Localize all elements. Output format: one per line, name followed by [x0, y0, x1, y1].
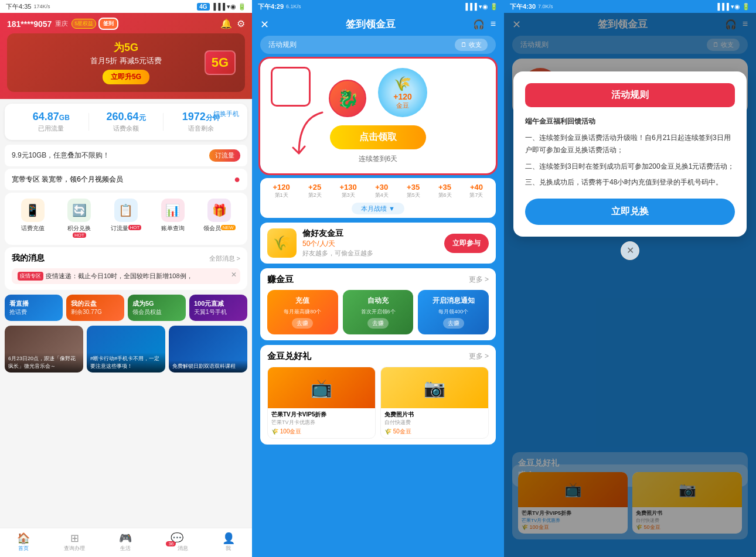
earn-card-recharge[interactable]: 充值 每月最高赚80个 去赚 — [267, 290, 338, 334]
earn-card-notify[interactable]: 开启消息通知 每月领400个 去赚 — [418, 290, 489, 334]
friend-icon: 🌾 — [267, 228, 297, 258]
earn-more-btn[interactable]: 更多 > — [469, 275, 489, 285]
quick-item-flow[interactable]: 📋 订流量HOT — [108, 199, 144, 239]
data-label: 已用流量 — [14, 124, 88, 133]
close-btn-2[interactable]: ✕ — [260, 18, 269, 31]
msg-all[interactable]: 全部消息 > — [209, 254, 240, 263]
redeem-card-photo[interactable]: 📷 免费照片书 自付快递费 🌾 50金豆 — [380, 367, 489, 439]
msg-close-btn[interactable]: ✕ — [231, 271, 237, 279]
banner-sub: 首月5折 再减5元话费 — [16, 56, 236, 66]
banner-title: 为5G — [16, 40, 236, 54]
quick-item-bill[interactable]: 📊 账单查询 — [155, 199, 190, 239]
bell-icon[interactable]: 🔔 — [220, 18, 232, 29]
g5-title: 成为5G — [132, 299, 181, 308]
gold-amount: +120 — [393, 92, 412, 101]
p3-dialog: 活动规则 端午金豆福利回馈活动 一、连续签到金豆换话费活动升级啦！自6月21日起… — [513, 71, 747, 237]
monthly-btn[interactable]: 本月战绩 ▼ — [264, 203, 492, 213]
headset-icon-2[interactable]: 🎧 — [473, 19, 485, 30]
video-title-3: 免费解锁日剧双语双科课程 — [169, 360, 247, 373]
friend-participate-btn[interactable]: 立即参与 — [444, 234, 489, 253]
p2-rules-bar: 活动规则 🗒 收支 — [260, 36, 496, 54]
messages-section: 我的消息 全部消息 > 疫情专区 疫情速递：截止今日10时，全国较昨日新增108… — [5, 247, 247, 290]
change-phone-btn[interactable]: 切换手机 — [213, 110, 239, 118]
nav-home[interactable]: 🏠 首页 — [17, 532, 30, 552]
video-cards: 6月23日20点，跟迻「像野花疯长」微光音乐会～ #断卡行动#手机卡不用，一定要… — [0, 323, 252, 375]
redeem-card-mango[interactable]: 📺 芒果TV月卡VIP5折券 芒果TV月卡优惠券 🌾 100金豆 — [267, 367, 376, 439]
earn-title: 赚金豆 — [267, 274, 294, 285]
quick-item-points[interactable]: 🔄 积分兑换HOT — [62, 199, 97, 239]
live-cards: 看直播 抢话费 我的云盘 剩余30.77G 成为5G 领会员权益 100元直减 … — [0, 292, 252, 323]
dialog-content-3: 二、连续签到3日时在签到成功后可参加200金豆兑换1元话费活动； — [525, 160, 735, 173]
nav-messages[interactable]: 💬 36 消息 — [166, 532, 188, 552]
live-card-phone[interactable]: 100元直减 天翼1号手机 — [189, 295, 247, 321]
home-icon: 🏠 — [17, 532, 30, 545]
p1-banner: 为5G 首月5折 再减5元话费 立即升5G 5G — [7, 33, 245, 92]
setting-icon[interactable]: ⚙ — [237, 18, 245, 29]
bottom-nav: 🏠 首页 ⊞ 查询办理 🎮 生活 💬 36 消息 👤 我 — [0, 528, 252, 557]
day-1: +120 第1天 — [273, 183, 290, 199]
speed-1: 174K/s — [33, 4, 50, 9]
promo-bar: 9.9元10GB，任意叠加不限购！ 订流量 — [5, 145, 247, 166]
banner-btn[interactable]: 立即升5G — [103, 70, 149, 84]
panel-3: 下午4:30 7.0K/s ▐▐▐ ▾◉ 🔋 ✕ 签到领金豆 🎧 ≡ 活动规则 … — [504, 0, 756, 557]
modal-overlay[interactable]: 活动规则 端午金豆福利回馈活动 一、连续签到金豆换话费活动升级啦！自6月21日起… — [504, 13, 756, 557]
points-icon: 🔄 — [72, 203, 87, 217]
photo-icon: 📷 — [381, 367, 488, 408]
p2-rules-text[interactable]: 活动规则 — [268, 40, 297, 50]
badge-5star: 5星权益 — [71, 19, 96, 29]
data-val: 64.87GB — [14, 111, 88, 123]
broadband-section[interactable]: 宽带专区 装宽带，领6个月视频会员 ● — [5, 169, 247, 190]
msg-alert: 疫情专区 疫情速递：截止今日10时，全国较昨日新增108例， ✕ — [12, 268, 240, 284]
earn-card-auto[interactable]: 自动充 首次开启领6个 去赚 — [343, 290, 414, 334]
live-card-broadcast[interactable]: 看直播 抢话费 — [5, 295, 63, 321]
p2-income-btn[interactable]: 🗒 收支 — [455, 39, 488, 51]
recharge-icon: 📱 — [25, 203, 40, 217]
redeem-title: 金豆兑好礼 — [267, 351, 311, 362]
nav-query[interactable]: ⊞ 查询办理 — [64, 532, 85, 552]
cloud-title: 我的云盘 — [71, 299, 120, 308]
grid-icon: ⊞ — [64, 532, 85, 545]
p2-page-title: 签到领金豆 — [269, 18, 473, 31]
redeem-more-btn[interactable]: 更多 > — [469, 351, 489, 361]
dialog-content-2: 一、连续签到金豆换话费活动升级啦！自6月21日起连续签到3日用户即可参加金豆兑换… — [525, 132, 735, 157]
hot-badge-2: HOT — [128, 225, 142, 230]
video-card-1[interactable]: 6月23日20点，跟迻「像野花疯长」微光音乐会～ — [5, 326, 83, 373]
live-title: 看直播 — [9, 299, 58, 308]
time-1: 下午4:35 — [6, 2, 31, 11]
account-info[interactable]: 181****9057 重庆 5星权益 签到 — [7, 18, 118, 30]
nav-life[interactable]: 🎮 生活 — [119, 532, 132, 552]
menu-icon-2[interactable]: ≡ — [491, 19, 496, 30]
nav-me[interactable]: 👤 我 — [222, 532, 235, 552]
quick-item-member[interactable]: 🎁 领会员NEW — [202, 199, 237, 239]
day-5: +35 第5天 — [407, 183, 420, 199]
video-card-2[interactable]: #断卡行动#手机卡不用，一定要注意这些事项！ — [87, 326, 165, 373]
promo-text: 9.9元10GB，任意叠加不限购！ — [12, 151, 110, 160]
badge-signin[interactable]: 签到 — [98, 18, 118, 30]
broadband-text: 宽带专区 装宽带，领6个月视频会员 — [12, 175, 123, 184]
day-2: +25 第2天 — [308, 183, 322, 199]
dialog-content-1: 端午金豆福利回馈活动 — [525, 115, 735, 128]
video-title-2: #断卡行动#手机卡不用，一定要注意这些事项！ — [87, 353, 165, 373]
banner-5g-label: 5G — [205, 50, 236, 75]
bill-icon: 📊 — [165, 203, 180, 217]
account-city: 重庆 — [55, 19, 68, 28]
day-streak: +120 第1天 +25 第2天 +130 第3天 +30 第4天 +35 — [260, 178, 496, 218]
signal-icon-2: ▐▐▐ ▾◉ 🔋 — [464, 3, 499, 11]
signal-icon-1: ▐▐▐ — [212, 3, 225, 10]
live-card-5g[interactable]: 成为5G 领会员权益 — [128, 295, 186, 321]
gold-unit: 金豆 — [396, 101, 409, 110]
phone-title: 100元直减 — [194, 299, 243, 308]
dialog-close-btn[interactable]: ✕ — [621, 241, 639, 260]
p2-header: ✕ 签到领金豆 🎧 ≡ — [252, 13, 504, 36]
dialog-redeem-btn[interactable]: 立即兑换 — [525, 199, 735, 225]
voice-label: 语音剩余 — [164, 124, 238, 133]
promo-btn[interactable]: 订流量 — [209, 149, 240, 162]
new-badge: NEW — [221, 225, 236, 230]
quick-item-recharge[interactable]: 📱 话费充值 — [15, 199, 50, 239]
fee-label: 话费余额 — [89, 124, 164, 133]
signin-collect-btn[interactable]: 点击领取 — [330, 125, 426, 149]
hot-badge-1: HOT — [73, 233, 86, 238]
live-card-cloud[interactable]: 我的云盘 剩余30.77G — [66, 295, 124, 321]
speed-2: 6.1K/s — [286, 4, 301, 9]
video-card-3[interactable]: 免费解锁日剧双语双科课程 — [169, 326, 247, 373]
